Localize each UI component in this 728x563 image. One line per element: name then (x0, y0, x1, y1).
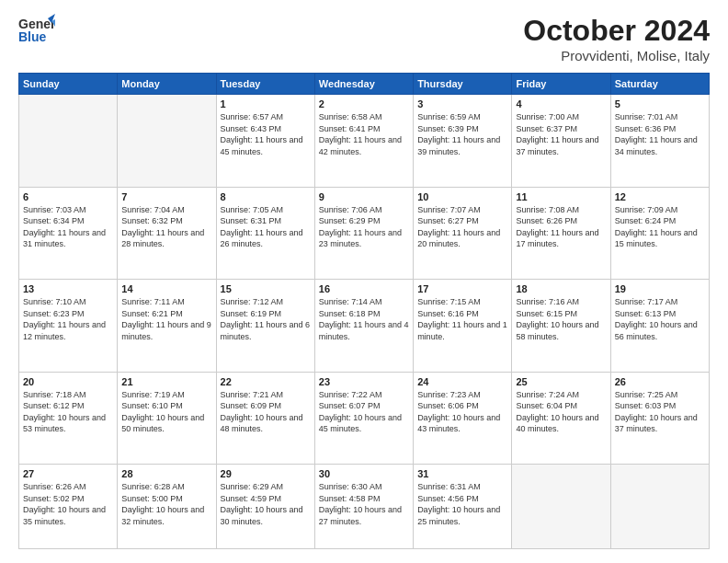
calendar-title: October 2024 (523, 14, 710, 48)
day-info: Sunrise: 7:18 AM Sunset: 6:12 PM Dayligh… (23, 389, 113, 435)
day-info: Sunrise: 7:04 AM Sunset: 6:32 PM Dayligh… (121, 204, 211, 250)
day-info: Sunrise: 7:01 AM Sunset: 6:36 PM Dayligh… (615, 111, 705, 157)
day-number: 15 (221, 283, 311, 294)
day-info: Sunrise: 7:06 AM Sunset: 6:29 PM Dayligh… (319, 204, 409, 250)
day-number: 4 (516, 98, 606, 109)
table-row: 18Sunrise: 7:16 AM Sunset: 6:15 PM Dayli… (512, 280, 610, 373)
header: General Blue October 2024 Provvidenti, M… (18, 14, 710, 63)
day-info: Sunrise: 7:07 AM Sunset: 6:27 PM Dayligh… (417, 204, 507, 250)
day-info: Sunrise: 6:57 AM Sunset: 6:43 PM Dayligh… (221, 111, 311, 157)
calendar-week-row: 13Sunrise: 7:10 AM Sunset: 6:23 PM Dayli… (19, 280, 710, 373)
day-info: Sunrise: 7:03 AM Sunset: 6:34 PM Dayligh… (23, 204, 113, 250)
day-number: 20 (23, 376, 113, 387)
day-number: 28 (121, 468, 211, 479)
table-row (19, 95, 118, 188)
day-number: 24 (417, 376, 507, 387)
table-row: 12Sunrise: 7:09 AM Sunset: 6:24 PM Dayli… (610, 187, 709, 280)
day-info: Sunrise: 6:59 AM Sunset: 6:39 PM Dayligh… (417, 111, 507, 157)
table-row: 16Sunrise: 7:14 AM Sunset: 6:18 PM Dayli… (314, 280, 413, 373)
day-number: 11 (516, 191, 606, 202)
calendar-week-row: 20Sunrise: 7:18 AM Sunset: 6:12 PM Dayli… (19, 372, 710, 465)
day-info: Sunrise: 7:19 AM Sunset: 6:10 PM Dayligh… (121, 389, 211, 435)
day-info: Sunrise: 7:11 AM Sunset: 6:21 PM Dayligh… (121, 296, 211, 342)
day-number: 29 (221, 468, 311, 479)
table-row: 22Sunrise: 7:21 AM Sunset: 6:09 PM Dayli… (216, 372, 314, 465)
day-info: Sunrise: 7:05 AM Sunset: 6:31 PM Dayligh… (221, 204, 311, 250)
table-row: 15Sunrise: 7:12 AM Sunset: 6:19 PM Dayli… (216, 280, 314, 373)
table-row: 9Sunrise: 7:06 AM Sunset: 6:29 PM Daylig… (314, 187, 413, 280)
day-number: 30 (319, 468, 409, 479)
day-number: 18 (516, 283, 606, 294)
day-number: 22 (221, 376, 311, 387)
header-wednesday: Wednesday (314, 74, 413, 95)
table-row: 14Sunrise: 7:11 AM Sunset: 6:21 PM Dayli… (118, 280, 216, 373)
table-row: 7Sunrise: 7:04 AM Sunset: 6:32 PM Daylig… (118, 187, 216, 280)
day-number: 13 (23, 283, 113, 294)
day-info: Sunrise: 6:30 AM Sunset: 4:58 PM Dayligh… (319, 481, 409, 527)
day-info: Sunrise: 6:28 AM Sunset: 5:00 PM Dayligh… (121, 481, 211, 527)
table-row: 23Sunrise: 7:22 AM Sunset: 6:07 PM Dayli… (314, 372, 413, 465)
day-number: 3 (417, 98, 507, 109)
calendar-week-row: 27Sunrise: 6:26 AM Sunset: 5:02 PM Dayli… (19, 465, 710, 549)
day-number: 19 (615, 283, 705, 294)
day-number: 10 (417, 191, 507, 202)
day-info: Sunrise: 7:25 AM Sunset: 6:03 PM Dayligh… (615, 389, 705, 435)
day-number: 27 (23, 468, 113, 479)
table-row: 29Sunrise: 6:29 AM Sunset: 4:59 PM Dayli… (216, 465, 314, 549)
logo-icon: General Blue (18, 14, 55, 46)
calendar-subtitle: Provvidenti, Molise, Italy (523, 48, 710, 63)
table-row: 20Sunrise: 7:18 AM Sunset: 6:12 PM Dayli… (19, 372, 118, 465)
day-info: Sunrise: 7:14 AM Sunset: 6:18 PM Dayligh… (319, 296, 409, 342)
table-row (610, 465, 709, 549)
table-row: 30Sunrise: 6:30 AM Sunset: 4:58 PM Dayli… (314, 465, 413, 549)
header-thursday: Thursday (414, 74, 512, 95)
header-tuesday: Tuesday (216, 74, 314, 95)
table-row: 5Sunrise: 7:01 AM Sunset: 6:36 PM Daylig… (610, 95, 709, 188)
header-sunday: Sunday (19, 74, 118, 95)
table-row (512, 465, 610, 549)
table-row: 6Sunrise: 7:03 AM Sunset: 6:34 PM Daylig… (19, 187, 118, 280)
header-monday: Monday (118, 74, 216, 95)
day-number: 21 (121, 376, 211, 387)
day-info: Sunrise: 7:21 AM Sunset: 6:09 PM Dayligh… (221, 389, 311, 435)
day-number: 16 (319, 283, 409, 294)
table-row: 25Sunrise: 7:24 AM Sunset: 6:04 PM Dayli… (512, 372, 610, 465)
day-info: Sunrise: 7:00 AM Sunset: 6:37 PM Dayligh… (516, 111, 606, 157)
day-info: Sunrise: 6:29 AM Sunset: 4:59 PM Dayligh… (221, 481, 311, 527)
day-info: Sunrise: 6:31 AM Sunset: 4:56 PM Dayligh… (417, 481, 507, 527)
day-info: Sunrise: 7:10 AM Sunset: 6:23 PM Dayligh… (23, 296, 113, 342)
weekday-header-row: Sunday Monday Tuesday Wednesday Thursday… (19, 74, 710, 95)
logo: General Blue (18, 14, 55, 46)
calendar-week-row: 6Sunrise: 7:03 AM Sunset: 6:34 PM Daylig… (19, 187, 710, 280)
day-number: 17 (417, 283, 507, 294)
day-number: 6 (23, 191, 113, 202)
day-info: Sunrise: 7:15 AM Sunset: 6:16 PM Dayligh… (417, 296, 507, 342)
day-number: 8 (221, 191, 311, 202)
page: General Blue October 2024 Provvidenti, M… (0, 0, 728, 563)
day-info: Sunrise: 6:58 AM Sunset: 6:41 PM Dayligh… (319, 111, 409, 157)
day-info: Sunrise: 7:24 AM Sunset: 6:04 PM Dayligh… (516, 389, 606, 435)
table-row: 3Sunrise: 6:59 AM Sunset: 6:39 PM Daylig… (414, 95, 512, 188)
table-row: 26Sunrise: 7:25 AM Sunset: 6:03 PM Dayli… (610, 372, 709, 465)
header-friday: Friday (512, 74, 610, 95)
day-number: 7 (121, 191, 211, 202)
table-row: 11Sunrise: 7:08 AM Sunset: 6:26 PM Dayli… (512, 187, 610, 280)
header-saturday: Saturday (610, 74, 709, 95)
table-row: 2Sunrise: 6:58 AM Sunset: 6:41 PM Daylig… (314, 95, 413, 188)
day-info: Sunrise: 6:26 AM Sunset: 5:02 PM Dayligh… (23, 481, 113, 527)
table-row: 24Sunrise: 7:23 AM Sunset: 6:06 PM Dayli… (414, 372, 512, 465)
table-row: 10Sunrise: 7:07 AM Sunset: 6:27 PM Dayli… (414, 187, 512, 280)
title-block: October 2024 Provvidenti, Molise, Italy (523, 14, 710, 63)
day-info: Sunrise: 7:23 AM Sunset: 6:06 PM Dayligh… (417, 389, 507, 435)
day-info: Sunrise: 7:08 AM Sunset: 6:26 PM Dayligh… (516, 204, 606, 250)
day-number: 23 (319, 376, 409, 387)
day-number: 2 (319, 98, 409, 109)
day-number: 5 (615, 98, 705, 109)
day-info: Sunrise: 7:16 AM Sunset: 6:15 PM Dayligh… (516, 296, 606, 342)
svg-text:Blue: Blue (18, 29, 47, 44)
day-info: Sunrise: 7:22 AM Sunset: 6:07 PM Dayligh… (319, 389, 409, 435)
table-row: 27Sunrise: 6:26 AM Sunset: 5:02 PM Dayli… (19, 465, 118, 549)
day-number: 1 (221, 98, 311, 109)
day-number: 12 (615, 191, 705, 202)
day-number: 26 (615, 376, 705, 387)
